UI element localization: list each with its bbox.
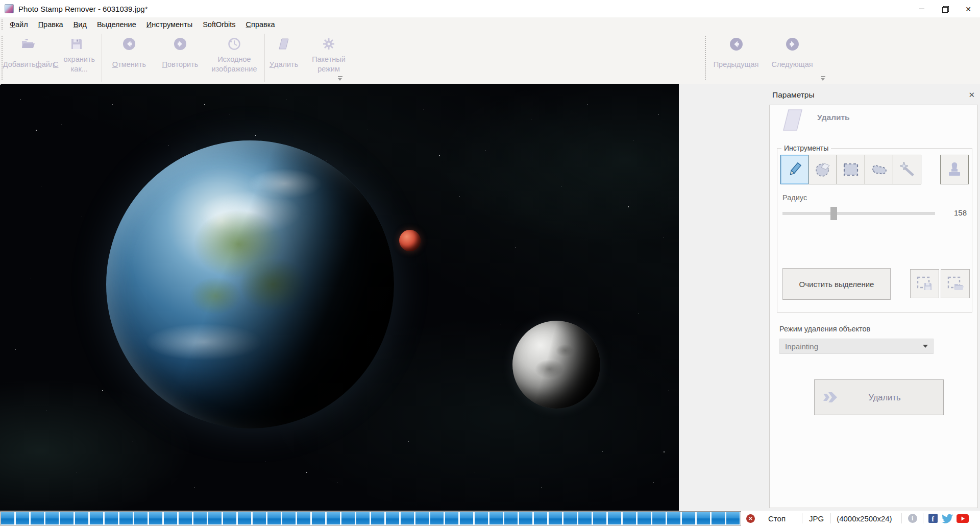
- menu-help[interactable]: Справка: [241, 19, 280, 30]
- radius-slider-track[interactable]: [782, 212, 935, 215]
- stamp-tool-icon: [947, 161, 962, 178]
- gray-moon-image: [512, 321, 600, 409]
- toolbar-overflow-chevron-icon[interactable]: [337, 76, 343, 81]
- undo-icon: [122, 36, 136, 52]
- menu-file[interactable]: Файл: [5, 19, 33, 30]
- original-image-label: Исходное изображение: [206, 54, 263, 75]
- open-file-icon: [21, 36, 36, 52]
- progress-bar: [0, 511, 741, 525]
- undo-button[interactable]: Отменить: [104, 32, 155, 84]
- delete-section-title: Удалить: [817, 113, 850, 122]
- save-selection-icon: [916, 276, 934, 292]
- earth-terminator-shadow: [106, 140, 394, 428]
- save-as-button[interactable]: Сохранить как...: [53, 32, 100, 84]
- statusbar-separator: [901, 513, 902, 523]
- apply-delete-label: Удалить: [840, 393, 929, 402]
- magic-wand-tool-button[interactable]: [893, 155, 921, 184]
- original-image-button[interactable]: Исходное изображение: [206, 32, 263, 84]
- removal-mode-label: Режим удаления объектов: [779, 325, 870, 333]
- parameters-panel: Параметры ✕ Удалить Инструменты: [769, 87, 979, 508]
- previous-image-label: Предыдущая: [714, 54, 759, 75]
- load-selection-icon: [947, 276, 964, 292]
- close-icon: [965, 5, 971, 13]
- prev-icon: [729, 36, 743, 52]
- app-icon: [5, 4, 14, 13]
- image-canvas[interactable]: [0, 84, 679, 511]
- lasso-select-tool-button[interactable]: [865, 155, 893, 184]
- window-controls: [910, 0, 980, 17]
- tools-groupbox: Инструменты: [777, 148, 972, 313]
- radius-value: 158: [941, 208, 967, 217]
- eraser-icon: [780, 109, 804, 131]
- status-bar: Стоп JPG (4000x2500x24): [0, 511, 980, 526]
- menubar-gripper: [2, 19, 3, 30]
- tools-groupbox-legend: Инструменты: [781, 144, 831, 152]
- load-selection-button[interactable]: [941, 269, 970, 298]
- menu-edit[interactable]: Правка: [33, 19, 68, 30]
- apply-delete-button[interactable]: Удалить: [814, 379, 944, 415]
- save-selection-button[interactable]: [910, 269, 939, 298]
- add-file-button[interactable]: Добавить файл: [4, 32, 53, 84]
- pencil-tool-button[interactable]: [780, 155, 809, 184]
- delete-button[interactable]: Удалить: [266, 32, 301, 84]
- twitter-icon[interactable]: [942, 514, 953, 523]
- youtube-icon[interactable]: [957, 514, 969, 523]
- lasso-select-icon: [870, 162, 888, 177]
- removal-mode-value: Inpainting: [785, 342, 923, 351]
- menu-view[interactable]: Вид: [68, 19, 92, 30]
- batch-mode-button[interactable]: Пакетный режим: [301, 32, 356, 84]
- gear-icon: [322, 36, 335, 52]
- star-field-bright: [0, 84, 1, 85]
- redo-icon: [174, 36, 187, 52]
- statusbar-separator: [923, 513, 923, 523]
- parameters-panel-header: Параметры ✕: [769, 87, 979, 103]
- next-image-button[interactable]: Следующая: [765, 32, 820, 84]
- radius-label: Радиус: [782, 194, 807, 202]
- next-icon: [786, 36, 799, 52]
- clone-stamp-tool-button[interactable]: [940, 155, 969, 184]
- pencil-tool-icon: [787, 161, 802, 178]
- image-dimensions-value: (4000x2500x24): [837, 514, 892, 523]
- toolbar-right-group: Предыдущая Следующая: [703, 32, 820, 84]
- title-bar: Photo Stamp Remover - 6031039.jpg*: [0, 0, 980, 17]
- toolbar: Добавить файл Сохранить как... Отменить …: [0, 32, 980, 84]
- previous-image-button[interactable]: Предыдущая: [707, 32, 765, 84]
- minimize-button[interactable]: [910, 0, 933, 17]
- menu-tools[interactable]: Инструменты: [141, 19, 198, 30]
- facebook-icon[interactable]: [928, 514, 938, 523]
- file-format-value: JPG: [809, 514, 824, 523]
- stop-button[interactable]: [746, 514, 755, 523]
- minimize-icon: [919, 9, 924, 9]
- tools-row: [780, 155, 969, 184]
- rect-select-icon: [843, 162, 859, 177]
- moon-terminator-shadow: [512, 321, 600, 409]
- restore-button[interactable]: [933, 0, 957, 17]
- dropdown-arrow-icon: [923, 345, 928, 348]
- close-button[interactable]: [957, 0, 980, 17]
- radius-slider-thumb[interactable]: [830, 207, 837, 220]
- menu-selection[interactable]: Выделение: [92, 19, 141, 30]
- restore-icon: [942, 6, 948, 12]
- info-icon[interactable]: [908, 514, 917, 523]
- panel-close-icon[interactable]: ✕: [968, 90, 975, 100]
- delete-label: Удалить: [270, 54, 299, 75]
- rect-select-tool-button[interactable]: [837, 155, 865, 184]
- parameters-panel-body: Удалить Инструменты: [769, 105, 978, 508]
- toolbar-separator: [102, 34, 102, 82]
- menu-softorbits[interactable]: SoftOrbits: [198, 19, 240, 30]
- progress-bar-fill: [1, 512, 740, 524]
- earth-planet-image: [106, 140, 394, 428]
- clear-selection-button[interactable]: Очистить выделение: [782, 268, 891, 300]
- add-file-label: Добавить файл: [3, 54, 55, 75]
- redo-button[interactable]: Повторить: [155, 32, 206, 84]
- removal-mode-dropdown[interactable]: Inpainting: [779, 339, 934, 354]
- parameters-title: Параметры: [772, 90, 815, 100]
- window-title: Photo Stamp Remover - 6031039.jpg*: [18, 5, 148, 13]
- batch-mode-label: Пакетный режим: [301, 54, 356, 75]
- save-as-label: Сохранить как...: [53, 54, 100, 75]
- undo-label: Отменить: [112, 54, 146, 75]
- toolbar-overflow-chevron-icon[interactable]: [820, 76, 826, 81]
- stop-label[interactable]: Стоп: [768, 514, 786, 523]
- save-icon: [70, 36, 83, 52]
- brush-select-tool-button[interactable]: [808, 155, 837, 184]
